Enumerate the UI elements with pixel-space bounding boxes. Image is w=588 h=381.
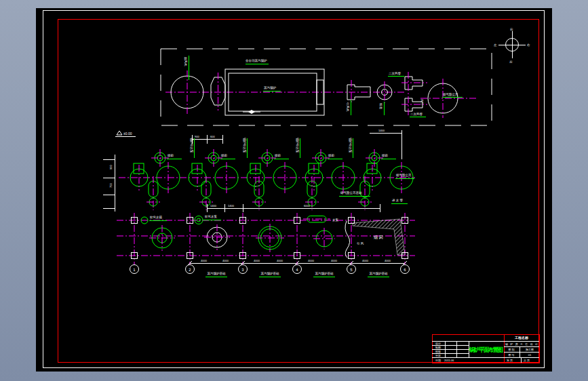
dim-text: 4000 xyxy=(254,259,260,262)
dim-text-f: 6000 xyxy=(304,204,311,207)
tank2-label: 软化水泵 xyxy=(205,214,218,218)
compass-right-label: 右 xyxy=(527,43,530,47)
chimney-ring-label: 烟囱 xyxy=(220,154,227,157)
flue-label: 烟道 xyxy=(379,102,383,110)
dim-text-d: 1400 xyxy=(210,204,217,207)
dim-text-c: 1400 xyxy=(378,129,385,132)
foundation-label: 蒸汽锅炉基础 xyxy=(208,271,227,275)
dim-text: 4000 xyxy=(308,259,315,262)
cad-application-window: 鼓风机 全自动蒸汽锅炉 蒸汽锅炉 引风机 烟道 二次风管 二次风管 xyxy=(0,0,588,381)
dim-text: 4000 xyxy=(385,259,391,262)
draft-label: 引 风 xyxy=(357,242,364,245)
dim-text-left-b: 750 xyxy=(109,183,113,188)
sign-approve: 审定 xyxy=(435,354,441,357)
sec-air-bottom-label: 二次风管 xyxy=(410,112,423,116)
pump-label: 水泵 xyxy=(332,218,339,222)
dim-text: 4000 xyxy=(277,259,283,262)
drawing-title: 锅炉平面布置图 xyxy=(469,346,503,353)
dim-text-e: 1400 xyxy=(228,204,235,207)
sign-design: 设计 xyxy=(435,342,441,345)
compass-left-label: 左 xyxy=(494,43,497,47)
dim-text: 4000 xyxy=(222,259,229,262)
no-value: 01 xyxy=(528,353,532,357)
compass-bottom-label: 后 xyxy=(509,60,513,64)
collector-label: 烟气除尘器 xyxy=(442,92,458,97)
pump-callout: 锅炉给水泵 xyxy=(243,138,247,153)
damper-label: 风门 xyxy=(420,99,424,104)
foundation-label: 蒸汽锅炉基础 xyxy=(261,271,280,275)
date-value: 2011.06 xyxy=(444,359,454,362)
sheet-label: 第 页 xyxy=(507,359,513,362)
dim-text: 4000 xyxy=(362,259,369,262)
compass-top-label: 前 xyxy=(510,28,513,31)
date-label: 日期 xyxy=(435,359,441,362)
tank1-label: 软化水箱 xyxy=(150,215,163,219)
dim-text: 4000 xyxy=(331,259,338,262)
boiler-inner-label: 蒸汽锅炉 xyxy=(264,85,277,89)
pump-callout: 锅炉给水泵 xyxy=(296,138,300,153)
collector-base-callout: 烟气除尘器基础 xyxy=(340,190,362,195)
project-name: 锅炉房工艺设计 xyxy=(505,342,538,346)
sec-air-top-label: 二次风管 xyxy=(389,71,401,75)
total-label: 共 页 xyxy=(524,359,530,362)
dim-text-a: 900 xyxy=(195,135,199,138)
blower-label: 鼓风机 xyxy=(184,57,187,66)
chimney-ring-label: 烟囱 xyxy=(274,154,281,157)
type-value: 施工图 xyxy=(526,348,534,351)
sign-check: 校核 xyxy=(435,350,441,353)
pump-callout: 锅炉给水泵 xyxy=(190,138,194,153)
collector-callout: 烟气除尘器 xyxy=(395,173,412,178)
cad-viewport[interactable]: 鼓风机 全自动蒸汽锅炉 蒸汽锅炉 引风机 烟道 二次风管 二次风管 xyxy=(0,0,588,381)
chimney-room-label: 烟 囱 xyxy=(374,235,383,240)
dim-text: 4000 xyxy=(201,259,208,262)
foundation-label: 蒸汽锅炉基础 xyxy=(315,271,334,275)
boiler-top-label: 全自动蒸汽锅炉 xyxy=(246,58,267,62)
chimney-ring-label: 烟囱 xyxy=(381,154,388,157)
water-pipe-callout: 进 水 管 xyxy=(392,198,404,202)
dim-text-b: 600 xyxy=(210,135,215,138)
foundation-label: 蒸汽锅炉基础 xyxy=(370,271,389,275)
pump-callout: 锅炉给水泵 xyxy=(349,138,353,153)
idf-label: 引风机 xyxy=(346,102,349,112)
dim-text-left-a: 900 xyxy=(109,165,113,169)
project-label: 工程名称 xyxy=(514,336,529,340)
no-label: 图 号 xyxy=(508,353,514,357)
elevation-text: ±0.00 xyxy=(123,132,132,136)
model-space-background xyxy=(36,8,552,372)
chimney-ring-label: 烟囱 xyxy=(167,154,174,157)
chimney-ring-label: 烟囱 xyxy=(328,154,334,157)
